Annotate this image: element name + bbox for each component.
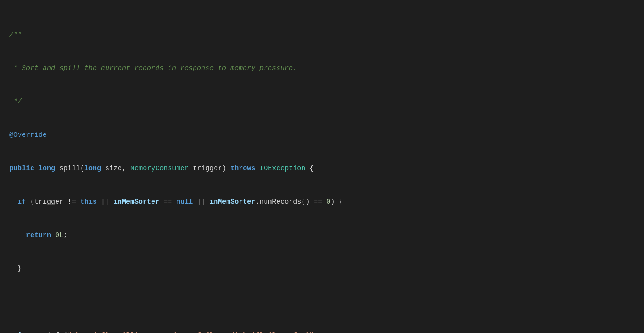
line-10: logger.info("Thread {} spilling sort dat… [9, 330, 635, 333]
line-1: /** [9, 30, 635, 41]
line-5: public long spill(long size, MemoryConsu… [9, 163, 635, 174]
line-4: @Override [9, 130, 635, 141]
code-editor: /** * Sort and spill the current records… [9, 7, 635, 333]
line-9 [9, 297, 635, 308]
line-8: } [9, 263, 635, 275]
line-2: * Sort and spill the current records in … [9, 63, 635, 74]
line-6: if (trigger != this || inMemSorter == nu… [9, 197, 635, 208]
line-3: */ [9, 96, 635, 108]
line-7: return 0L; [9, 230, 635, 241]
